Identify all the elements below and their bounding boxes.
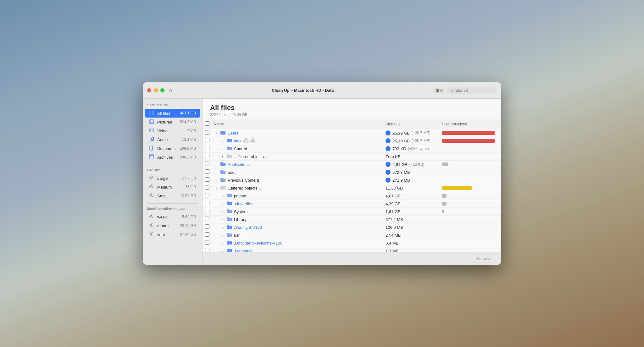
svg-point-25 (151, 186, 152, 187)
table-row[interactable]: › .Spotlight-V100 106,9 MB (203, 223, 501, 231)
svg-rect-6 (149, 120, 154, 124)
info-icon-users[interactable]: i (386, 130, 391, 135)
svg-point-16 (152, 139, 154, 141)
row-size-doc-revisions: 3,4 MB (386, 241, 442, 245)
sidebar-item-all-files[interactable]: All files 40,01 GB (145, 109, 200, 118)
sidebar-item-label-audio: Audio (157, 137, 179, 142)
search-input[interactable] (455, 88, 494, 93)
row-checkbox-filtered2[interactable] (205, 185, 209, 190)
table-row[interactable]: ▾ Users i 25,19 GB (+30,7 MB) (203, 129, 501, 137)
row-size-main-spotlight: 106,9 MB (386, 225, 403, 230)
expand-btn-system[interactable]: › (220, 209, 225, 214)
table-row[interactable]: › Shared i 733 KB (+932 bytes) (203, 145, 501, 153)
sidebar-item-video[interactable]: Video 7 MB (145, 126, 200, 135)
table-row[interactable]: › .fseventsd 1,3 MB (203, 247, 501, 252)
row-checkbox-filtered1[interactable] (205, 154, 209, 158)
collapse-btn-filtered2[interactable]: ▾ (214, 186, 218, 190)
size-bar-cell-filtered2 (442, 186, 499, 190)
row-name-text-filtered2: ...filtered objects... (228, 186, 261, 190)
row-checkbox-alex[interactable] (205, 138, 209, 142)
action-copy-alex[interactable]: ◷ (243, 138, 248, 143)
action-move-alex[interactable]: ⊙ (250, 138, 255, 143)
table-row[interactable]: › Applications i 2,91 GB (+10 KB) (203, 161, 501, 168)
sidebar-item-month[interactable]: month 28,16 GB (145, 221, 200, 230)
row-size-delta-applications: (+10 KB) (409, 162, 425, 167)
select-all-checkbox[interactable] (205, 121, 209, 126)
row-checkbox-previous-content[interactable] (205, 177, 209, 182)
column-name[interactable]: Name (214, 122, 386, 126)
view-switcher[interactable]: ▦ ▾ (434, 88, 444, 93)
expand-btn-doc-revisions[interactable]: › (220, 241, 225, 245)
row-checkbox-cleverfiles[interactable] (205, 201, 209, 205)
table-row[interactable]: ▾ ...filtered objects... 11,33 GB (203, 184, 501, 192)
expand-btn-usr[interactable]: › (220, 233, 225, 237)
collapse-btn-users[interactable]: ▾ (214, 131, 218, 135)
table-row[interactable]: › Library 677,4 MB (203, 216, 501, 223)
sidebar-item-audio[interactable]: Audio 13,4 MB (145, 135, 200, 144)
sidebar-item-documents[interactable]: Docume... 298,8 MB (145, 144, 200, 153)
table-row[interactable]: › Previous Content i 271,9 MB (203, 176, 501, 184)
row-checkbox-cell-users (205, 130, 214, 136)
column-size[interactable]: Size ▾ (386, 122, 442, 126)
row-checkbox-boot[interactable] (205, 169, 209, 174)
info-icon-shared[interactable]: i (386, 146, 391, 151)
expand-btn-spotlight[interactable]: › (220, 225, 225, 229)
row-checkbox-library[interactable] (205, 217, 209, 221)
maximize-button[interactable] (160, 88, 164, 92)
info-icon-alex[interactable]: i (386, 138, 391, 143)
size-bar-cleverfiles (442, 202, 447, 206)
table-row[interactable]: › .DocumentRevisions-V100 3,4 MB (203, 239, 501, 247)
home-icon[interactable]: ⌂ (169, 88, 172, 93)
collapse-btn-filtered1[interactable]: ▾ (220, 154, 225, 159)
size-bar-system (442, 210, 444, 213)
table-row[interactable]: › System 1,61 GB (203, 208, 501, 216)
sidebar-item-pictures[interactable]: Pictures 524,3 MB (145, 118, 200, 126)
sidebar-item-small[interactable]: Small 10,54 GB (145, 191, 200, 200)
info-icon-boot[interactable]: i (386, 170, 391, 175)
row-checkbox-fseventsd[interactable] (205, 248, 209, 252)
expand-btn-previous-content[interactable]: › (214, 178, 218, 182)
table-row[interactable]: › .cleverfiles 4,29 GB (203, 200, 501, 208)
row-size-main-applications: 2,91 GB (392, 162, 408, 167)
table-row[interactable]: › usr 27,4 MB (203, 231, 501, 239)
table-row[interactable]: › private 4,61 GB (203, 192, 501, 200)
documents-icon (149, 146, 155, 151)
sidebar-item-year[interactable]: year 37,44 GB (145, 230, 200, 239)
row-size-private: 4,61 GB (386, 194, 442, 198)
expand-btn-shared[interactable]: › (220, 146, 225, 151)
sidebar-item-archives[interactable]: Archives 886,2 MB (145, 153, 200, 162)
close-button[interactable] (147, 88, 151, 92)
titlebar: ⌂ Clean Up – Macintosh HD - Data ▦ ▾ (143, 82, 501, 99)
remove-button[interactable]: Remove (472, 255, 496, 262)
row-checkbox-applications[interactable] (205, 162, 209, 166)
expand-btn-applications[interactable]: › (214, 162, 218, 167)
expand-btn-boot[interactable]: › (214, 170, 218, 174)
row-checkbox-spotlight[interactable] (205, 224, 209, 229)
info-icon-previous-content[interactable]: i (386, 178, 391, 183)
table-row[interactable]: › alex ◷ ⊙ i 25,19 GB (+30,7 MB) (203, 137, 501, 145)
row-size-main-users: 25,19 GB (392, 131, 410, 135)
sidebar-item-medium[interactable]: Medium 1,76 GB (145, 183, 200, 191)
row-checkbox-system[interactable] (205, 209, 209, 213)
expand-btn-cleverfiles[interactable]: › (220, 201, 225, 206)
folder-icon-filtered1 (226, 154, 232, 159)
row-checkbox-users[interactable] (205, 130, 209, 135)
info-icon-applications[interactable]: i (386, 162, 391, 167)
row-checkbox-shared[interactable] (205, 146, 209, 150)
expand-btn-fseventsd[interactable]: › (220, 249, 225, 252)
row-checkbox-cell-doc-revisions (205, 240, 214, 246)
table-row[interactable]: ▾ ...filtered objects... Zero KB (203, 153, 501, 161)
sidebar-item-large[interactable]: Large 27,7 GB (145, 174, 200, 183)
expand-btn-library[interactable]: › (220, 217, 225, 222)
row-checkbox-private[interactable] (205, 193, 209, 197)
expand-btn-private[interactable]: › (220, 194, 225, 198)
minimize-button[interactable] (154, 88, 158, 92)
row-checkbox-usr[interactable] (205, 232, 209, 237)
expand-btn-alex[interactable]: › (220, 139, 225, 143)
row-size-main-private: 4,61 GB (386, 194, 401, 198)
row-size-fseventsd: 1,3 MB (386, 249, 442, 252)
table-row[interactable]: › boot i 272,3 MB (203, 168, 501, 176)
row-checkbox-doc-revisions[interactable] (205, 240, 209, 245)
sidebar-item-week[interactable]: week 5,68 GB (145, 212, 200, 221)
sidebar-item-label-year: year (157, 232, 177, 237)
